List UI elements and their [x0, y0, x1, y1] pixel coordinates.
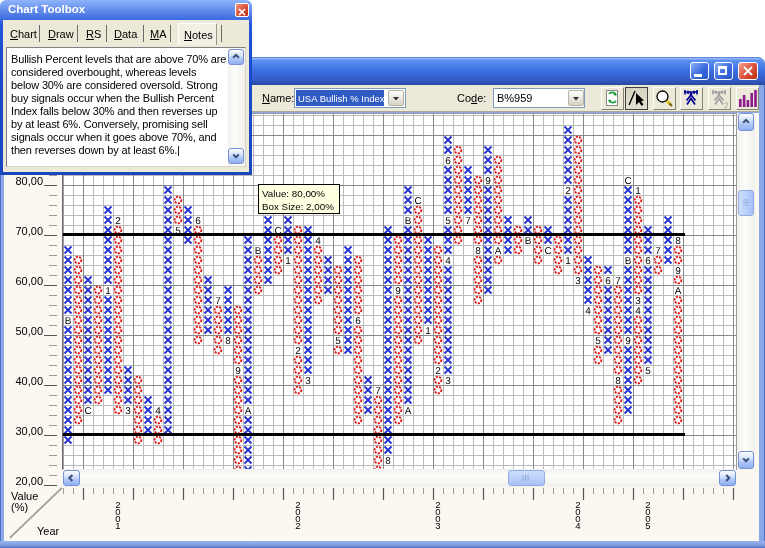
svg-text:7: 7: [655, 246, 661, 257]
svg-text:3: 3: [125, 406, 131, 417]
svg-text:C: C: [84, 406, 91, 417]
svg-text:1: 1: [105, 286, 111, 297]
svg-text:9: 9: [395, 286, 401, 297]
svg-text:6: 6: [355, 316, 361, 327]
svg-text:2: 2: [295, 346, 301, 357]
svg-text:6: 6: [645, 256, 651, 267]
svg-text:5: 5: [445, 216, 451, 227]
svg-text:C: C: [414, 196, 421, 207]
svg-text:1: 1: [635, 186, 641, 197]
svg-text:4: 4: [445, 256, 451, 267]
svg-text:A: A: [405, 406, 412, 417]
svg-text:5: 5: [335, 336, 341, 347]
svg-text:A: A: [675, 286, 682, 297]
svg-text:5: 5: [175, 226, 181, 237]
svg-text:1: 1: [425, 326, 431, 337]
svg-text:9: 9: [625, 336, 631, 347]
svg-text:8: 8: [385, 456, 391, 467]
svg-text:C: C: [624, 176, 631, 187]
svg-text:4: 4: [635, 306, 641, 317]
svg-text:4: 4: [315, 236, 321, 247]
svg-text:9: 9: [235, 366, 241, 377]
svg-text:2: 2: [115, 216, 121, 227]
svg-text:8: 8: [475, 246, 481, 257]
svg-text:A: A: [495, 246, 502, 257]
svg-text:2: 2: [435, 366, 441, 377]
svg-text:3: 3: [445, 376, 451, 387]
svg-text:3: 3: [305, 376, 311, 387]
svg-text:B: B: [255, 246, 262, 257]
svg-text:6: 6: [445, 156, 451, 167]
svg-text:3: 3: [575, 276, 581, 287]
svg-text:B: B: [525, 236, 532, 247]
svg-text:7: 7: [615, 276, 621, 287]
svg-text:6: 6: [605, 276, 611, 287]
svg-text:8: 8: [225, 336, 231, 347]
svg-text:1: 1: [285, 256, 291, 267]
svg-text:A: A: [245, 406, 252, 417]
svg-text:C: C: [544, 246, 551, 257]
svg-text:B: B: [625, 256, 632, 267]
svg-text:2: 2: [724, 101, 729, 109]
svg-text:7: 7: [215, 296, 221, 307]
svg-text:4: 4: [155, 406, 161, 417]
svg-text:1: 1: [565, 256, 571, 267]
svg-text:B: B: [405, 216, 412, 227]
svg-text:B: B: [65, 316, 72, 327]
svg-text:2: 2: [565, 186, 571, 197]
svg-text:8: 8: [675, 236, 681, 247]
svg-text:8: 8: [615, 376, 621, 387]
svg-text:7: 7: [375, 386, 381, 397]
svg-text:6: 6: [195, 216, 201, 227]
svg-text:C: C: [274, 226, 281, 237]
svg-text:5: 5: [595, 336, 601, 347]
svg-text:5: 5: [645, 366, 651, 377]
svg-text:7: 7: [465, 216, 471, 227]
svg-text:9: 9: [675, 266, 681, 277]
svg-text:4: 4: [585, 306, 591, 317]
svg-text:9: 9: [485, 176, 491, 187]
